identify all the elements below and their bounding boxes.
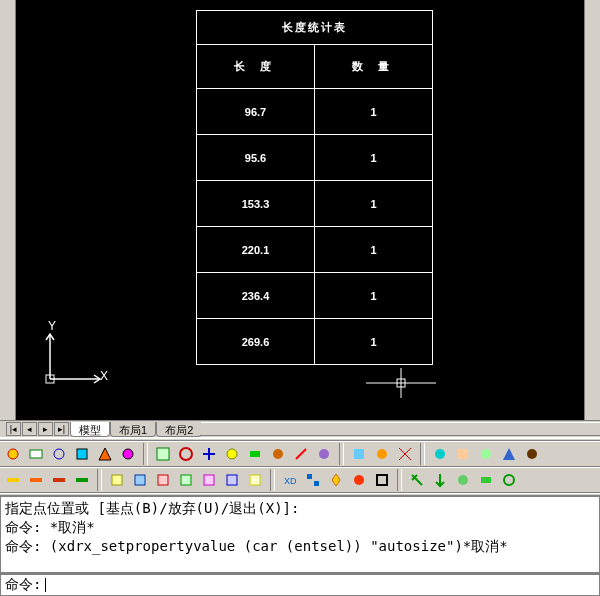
toolbar-icon[interactable] — [48, 469, 70, 491]
cell-length: 269.6 — [197, 319, 315, 365]
toolbar-icon[interactable] — [152, 443, 174, 465]
svg-rect-29 — [158, 475, 168, 485]
cell-length: 153.3 — [197, 181, 315, 227]
tab-model[interactable]: 模型 — [70, 422, 110, 437]
cell-count: 1 — [315, 89, 433, 135]
cell-count: 1 — [315, 319, 433, 365]
toolbar-icon[interactable] — [175, 443, 197, 465]
toolbar-icon[interactable] — [221, 469, 243, 491]
toolbar-icon[interactable] — [290, 443, 312, 465]
toolbar-icon[interactable] — [25, 443, 47, 465]
toolbar-icon[interactable] — [348, 443, 370, 465]
toolbar-icon[interactable] — [429, 469, 451, 491]
svg-rect-9 — [77, 449, 87, 459]
command-line: 命令: (xdrx_setpropertyvalue (car (entsel)… — [5, 537, 595, 556]
scrollbar-vertical[interactable] — [584, 0, 600, 420]
svg-rect-31 — [204, 475, 214, 485]
toolbar-row-1 — [0, 441, 600, 467]
toolbar-icon[interactable] — [498, 443, 520, 465]
ucs-x-label: X — [100, 369, 108, 383]
svg-rect-20 — [458, 449, 468, 459]
toolbar-icon[interactable] — [302, 469, 324, 491]
toolbar-icon[interactable] — [371, 443, 393, 465]
cell-count: 1 — [315, 273, 433, 319]
toolbar-icon[interactable] — [348, 469, 370, 491]
drawing-canvas[interactable]: 长度统计表 长 度 数 量 96.71 95.61 153.31 220.11 … — [16, 0, 584, 420]
toolbar-icon[interactable] — [429, 443, 451, 465]
tab-nav-last[interactable]: ▸| — [54, 422, 69, 436]
toolbar-icon[interactable] — [452, 469, 474, 491]
toolbar-icon[interactable] — [244, 469, 266, 491]
text-cursor — [45, 578, 46, 592]
svg-point-22 — [527, 449, 537, 459]
svg-point-13 — [227, 449, 237, 459]
cell-length: 220.1 — [197, 227, 315, 273]
svg-rect-38 — [377, 475, 387, 485]
svg-rect-11 — [157, 448, 169, 460]
toolbar-icon[interactable] — [2, 469, 24, 491]
toolbar-icon[interactable] — [221, 443, 243, 465]
tab-layout2[interactable]: 布局2 — [156, 422, 202, 437]
toolbar-icon[interactable] — [475, 469, 497, 491]
svg-rect-30 — [181, 475, 191, 485]
toolbar-icon[interactable] — [452, 443, 474, 465]
svg-point-39 — [458, 475, 468, 485]
command-history[interactable]: 指定点位置或 [基点(B)/放弃(U)/退出(X)]: 命令: *取消* 命令:… — [0, 496, 600, 573]
toolbar-icon[interactable] — [475, 443, 497, 465]
toolbar-icon[interactable] — [313, 443, 335, 465]
toolbar-icon[interactable] — [94, 443, 116, 465]
toolbar-icon[interactable] — [394, 443, 416, 465]
toolbar-icon[interactable] — [106, 469, 128, 491]
svg-rect-7 — [30, 450, 42, 458]
toolbar-icon[interactable] — [25, 469, 47, 491]
svg-rect-32 — [227, 475, 237, 485]
toolbar-icon[interactable] — [117, 443, 139, 465]
svg-rect-17 — [354, 449, 364, 459]
scrollbar-horizontal[interactable] — [201, 422, 600, 436]
toolbar-icon[interactable] — [267, 443, 289, 465]
cell-count: 1 — [315, 135, 433, 181]
toolbar-icon[interactable] — [175, 469, 197, 491]
toolbar-icon[interactable] — [521, 443, 543, 465]
toolbar-icon[interactable] — [406, 469, 428, 491]
layout-tab-bar: |◂ ◂ ▸ ▸| 模型 布局1 布局2 — [0, 420, 600, 438]
svg-rect-40 — [481, 477, 491, 483]
toolbar-icon[interactable] — [2, 443, 24, 465]
tab-nav-first[interactable]: |◂ — [6, 422, 21, 436]
toolbar-icon[interactable] — [198, 469, 220, 491]
svg-rect-33 — [250, 475, 260, 485]
toolbar-icon[interactable] — [371, 469, 393, 491]
tab-nav-prev[interactable]: ◂ — [22, 422, 37, 436]
command-prompt: 命令: — [5, 576, 41, 594]
svg-point-6 — [8, 449, 18, 459]
svg-rect-36 — [314, 481, 319, 486]
toolbar-icon[interactable] — [48, 443, 70, 465]
toolbar-icon[interactable] — [71, 443, 93, 465]
tab-nav-next[interactable]: ▸ — [38, 422, 53, 436]
canvas-area: 长度统计表 长 度 数 量 96.71 95.61 153.31 220.11 … — [0, 0, 600, 420]
ucs-icon: X Y — [40, 329, 120, 392]
svg-point-8 — [54, 449, 64, 459]
cell-length: 96.7 — [197, 89, 315, 135]
cell-length: 236.4 — [197, 273, 315, 319]
svg-point-21 — [481, 449, 491, 459]
tab-layout1[interactable]: 布局1 — [110, 422, 156, 437]
toolbar-icon[interactable]: XD — [279, 469, 301, 491]
svg-point-15 — [273, 449, 283, 459]
toolbar-icon[interactable] — [152, 469, 174, 491]
svg-rect-26 — [76, 478, 88, 482]
svg-rect-28 — [135, 475, 145, 485]
toolbar-icon[interactable] — [498, 469, 520, 491]
length-stat-table: 长度统计表 长 度 数 量 96.71 95.61 153.31 220.11 … — [196, 10, 433, 365]
toolbar-icon[interactable] — [198, 443, 220, 465]
table-title: 长度统计表 — [197, 11, 433, 45]
toolbar-icon[interactable] — [129, 469, 151, 491]
toolbar-icon[interactable] — [244, 443, 266, 465]
toolbar-icon[interactable] — [71, 469, 93, 491]
command-line: 命令: *取消* — [5, 518, 595, 537]
svg-rect-24 — [30, 478, 42, 482]
tool-palette-left[interactable] — [0, 0, 16, 420]
toolbar-icon[interactable] — [325, 469, 347, 491]
cell-count: 1 — [315, 181, 433, 227]
command-input[interactable]: 命令: — [0, 573, 600, 596]
